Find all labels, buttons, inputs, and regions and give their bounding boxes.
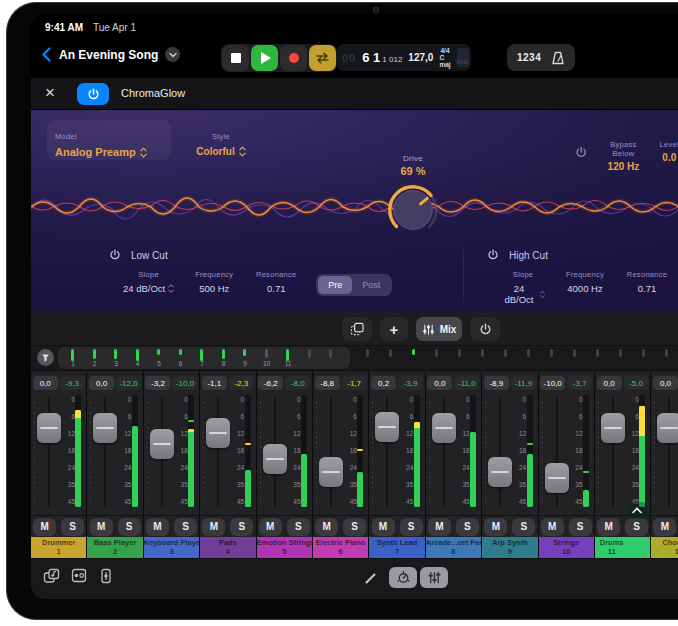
record-button[interactable] [280, 45, 307, 71]
mix-view-button[interactable]: Mix [416, 317, 462, 341]
mute-button[interactable]: M [90, 518, 113, 536]
track-name-plate[interactable]: Electric Piano 6 [313, 537, 368, 559]
solo-button[interactable]: S [343, 518, 366, 536]
high-cut-slope[interactable]: Slope 24 dB/Oct [501, 270, 545, 305]
model-selector[interactable]: Model Analog Preamp [47, 120, 171, 160]
track-name-plate[interactable]: Pads 4 [200, 537, 255, 559]
filter-tracks-button[interactable] [37, 349, 54, 366]
track-name-plate[interactable]: Strings 10 [539, 537, 594, 559]
drive-knob[interactable] [383, 181, 443, 239]
stop-icon [231, 53, 241, 63]
track-name-plate[interactable]: Arp Synth 9 [482, 537, 537, 559]
volume-fader[interactable] [657, 413, 678, 443]
volume-fader[interactable] [37, 413, 61, 443]
low-cut-slope[interactable]: Slope 24 dB/Oct [123, 270, 174, 294]
solo-button[interactable]: S [230, 518, 253, 536]
mixer-power-button[interactable] [470, 317, 500, 341]
solo-button[interactable]: S [569, 518, 592, 536]
volume-fader[interactable] [93, 413, 117, 443]
collapse-plugin-button[interactable] [627, 502, 647, 519]
style-selector[interactable]: Style Colorful [181, 125, 261, 157]
mute-button[interactable]: M [315, 518, 338, 536]
solo-button[interactable]: S [118, 518, 141, 536]
high-cut-frequency[interactable]: Frequency 4000 Hz [563, 270, 607, 294]
add-track-button[interactable]: + [380, 317, 408, 341]
channel-volume-value[interactable]: -3,2 [145, 376, 170, 390]
volume-fader[interactable] [545, 463, 569, 493]
fader-area: 0 6 12 18 24 35 45 [595, 393, 650, 515]
play-button[interactable] [251, 45, 278, 71]
pencil-tool-icon[interactable] [364, 571, 378, 585]
low-cut-frequency[interactable]: Frequency 500 Hz [192, 270, 236, 294]
song-menu-button[interactable] [165, 47, 180, 62]
track-name-plate[interactable]: Bass Player 2 [87, 537, 142, 559]
song-title[interactable]: An Evening Song [59, 48, 158, 62]
plugin-power-button[interactable] [77, 83, 109, 105]
channel-volume-value[interactable]: -8,8 [315, 376, 340, 390]
metronome-icon[interactable] [551, 51, 565, 65]
plugins-browser-icon[interactable] [71, 568, 87, 583]
mute-button[interactable]: M [541, 518, 564, 536]
duplicate-button[interactable] [342, 317, 372, 341]
volume-fader[interactable] [263, 444, 287, 474]
stop-button[interactable] [222, 45, 249, 71]
solo-button[interactable]: S [456, 518, 479, 536]
loop-browser-icon[interactable] [43, 568, 60, 584]
low-cut-resonance[interactable]: Resonance 0.71 [254, 270, 298, 294]
solo-button[interactable]: S [400, 518, 423, 536]
track-name-plate[interactable]: Synth Lead 7 [369, 537, 424, 559]
track-name-plate[interactable]: Arcade...eet Pad 8 [426, 537, 481, 559]
mute-button[interactable]: M [428, 518, 451, 536]
solo-button[interactable]: S [287, 518, 310, 536]
solo-button[interactable]: S [174, 518, 197, 536]
track-name-plate[interactable]: Drummer 1 [31, 537, 86, 559]
low-cut-power-icon[interactable] [109, 249, 121, 261]
channel-volume-value[interactable]: -8,9 [484, 376, 509, 390]
mute-button[interactable]: M [372, 518, 395, 536]
post-option[interactable]: Post [352, 276, 390, 294]
close-plugin-button[interactable]: × [45, 82, 55, 104]
volume-fader[interactable] [488, 457, 512, 487]
count-in-button[interactable]: 1234 [517, 52, 541, 63]
level-control[interactable]: Level 0.0 [660, 140, 678, 163]
mute-button[interactable]: M [146, 518, 169, 536]
channel-volume-value[interactable]: -6,2 [258, 376, 283, 390]
solo-button[interactable]: S [625, 518, 648, 536]
volume-fader[interactable] [206, 418, 230, 448]
mute-button[interactable]: M [653, 518, 676, 536]
pre-option[interactable]: Pre [318, 276, 352, 294]
cycle-button[interactable] [309, 45, 336, 71]
solo-button[interactable]: S [512, 518, 535, 536]
back-chevron-icon[interactable] [41, 47, 52, 62]
track-name-plate[interactable]: Keyboard Player 3 [144, 537, 199, 559]
volume-fader[interactable] [319, 457, 343, 487]
channel-volume-value[interactable]: 0,0 [89, 376, 114, 390]
mixer-view-button[interactable] [420, 567, 448, 588]
lcd-display[interactable]: 00 6 1 1 012 127,0 4/4 C maj MIDI [337, 44, 471, 71]
volume-fader[interactable] [375, 412, 399, 442]
channel-volume-value[interactable]: 0,0 [653, 376, 678, 390]
channel-volume-value[interactable]: 0,0 [33, 376, 58, 390]
volume-fader[interactable] [432, 413, 456, 443]
channel-volume-value[interactable]: 0,2 [371, 376, 396, 390]
fader-strip-icon[interactable] [99, 568, 113, 584]
mute-button[interactable]: M [597, 518, 620, 536]
mute-button[interactable]: M [259, 518, 282, 536]
high-cut-power-icon[interactable] [487, 249, 499, 261]
track-name-plate[interactable]: Chorus V 12 [651, 537, 678, 559]
volume-fader[interactable] [601, 413, 625, 443]
mute-button[interactable]: M [484, 518, 507, 536]
mute-button[interactable]: M [202, 518, 225, 536]
channel-volume-value[interactable]: -1,1 [202, 376, 227, 390]
track-name-plate[interactable]: Emotion Strings 5 [257, 537, 312, 559]
bypass-power-icon[interactable] [575, 146, 587, 159]
volume-fader[interactable] [150, 429, 174, 459]
solo-button[interactable]: S [61, 518, 84, 536]
channel-volume-value[interactable]: 0,0 [427, 376, 452, 390]
high-cut-resonance[interactable]: Resonance 0.71 [625, 270, 669, 294]
channel-volume-value[interactable]: -10,0 [540, 376, 565, 390]
controls-view-button[interactable] [389, 567, 417, 588]
track-name-plate[interactable]: Drums 11 [595, 537, 650, 559]
channel-volume-value[interactable]: 0,0 [597, 376, 622, 390]
mute-button[interactable]: M [33, 518, 56, 536]
